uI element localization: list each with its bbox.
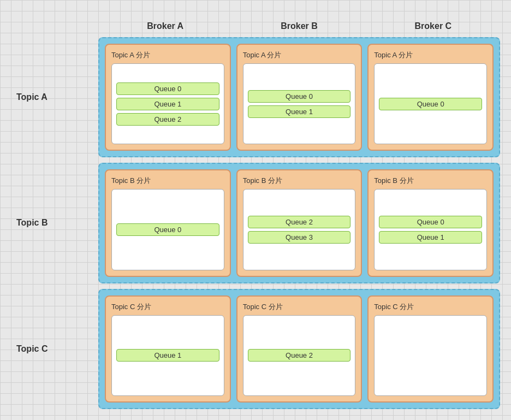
shard-label: Topic B 分片 (374, 176, 487, 186)
shard-label: Topic A 分片 (243, 50, 356, 60)
queue-item: Queue 3 (248, 231, 351, 244)
queue-item: Queue 0 (116, 223, 219, 236)
shard-box: Queue 2 (243, 315, 356, 396)
broker-shard-column: Topic A 分片Queue 0Queue 1 (236, 44, 363, 151)
shard-box: Queue 0Queue 1 (374, 189, 487, 270)
shard-label: Topic C 分片 (243, 302, 356, 312)
queue-item: Queue 1 (379, 231, 482, 244)
queue-item: Queue 2 (248, 216, 351, 228)
shard-label: Topic B 分片 (111, 176, 224, 186)
queue-item: Queue 2 (116, 113, 219, 126)
topic-row: Topic C 分片Queue 1Topic C 分片Queue 2Topic … (98, 289, 500, 409)
queue-item: Queue 0 (116, 82, 219, 95)
broker-shard-column: Topic B 分片Queue 0Queue 1 (367, 169, 494, 276)
broker-shard-column: Topic C 分片Queue 2 (236, 295, 363, 403)
broker-shard-column: Topic A 分片Queue 0 (367, 44, 494, 151)
topic-row: Topic B 分片Queue 0Topic B 分片Queue 2Queue … (98, 163, 500, 283)
queue-item: Queue 0 (379, 98, 482, 110)
shard-box: Queue 0 (111, 189, 224, 270)
broker-header: Broker C (366, 15, 500, 37)
shard-label: Topic A 分片 (111, 50, 224, 60)
topic-label: Topic B (11, 163, 98, 283)
shard-label: Topic C 分片 (111, 302, 224, 312)
queue-item: Queue 1 (116, 98, 219, 110)
shard-label: Topic B 分片 (243, 176, 356, 186)
queue-item: Queue 1 (116, 349, 219, 362)
broker-shard-column: Topic B 分片Queue 2Queue 3 (236, 169, 363, 276)
queue-item: Queue 1 (248, 105, 351, 118)
broker-header: Broker A (98, 15, 232, 37)
topic-label: Topic A (11, 37, 98, 157)
broker-shard-column: Topic A 分片Queue 0Queue 1Queue 2 (105, 44, 231, 151)
topic-row: Topic A 分片Queue 0Queue 1Queue 2Topic A 分… (98, 37, 500, 157)
broker-shard-column: Topic B 分片Queue 0 (105, 169, 231, 276)
broker-shard-column: Topic C 分片Queue 1 (105, 295, 231, 403)
broker-shard-column: Topic C 分片 (367, 295, 494, 403)
queue-item: Queue 0 (379, 216, 482, 228)
shard-box: Queue 1 (111, 315, 224, 396)
shard-box: Queue 0 (374, 63, 487, 144)
queue-item: Queue 0 (248, 90, 351, 103)
topic-label: Topic C (11, 289, 98, 409)
shard-label: Topic A 分片 (374, 50, 487, 60)
queue-item: Queue 2 (248, 349, 351, 362)
broker-header: Broker B (232, 15, 366, 37)
shard-box (374, 315, 487, 396)
shard-box: Queue 0Queue 1 (243, 63, 356, 144)
shard-box: Queue 0Queue 1Queue 2 (111, 63, 224, 144)
shard-label: Topic C 分片 (374, 302, 487, 312)
main-container: Topic ATopic BTopic C Broker ABroker BBr… (11, 11, 500, 409)
shard-box: Queue 2Queue 3 (243, 189, 356, 270)
